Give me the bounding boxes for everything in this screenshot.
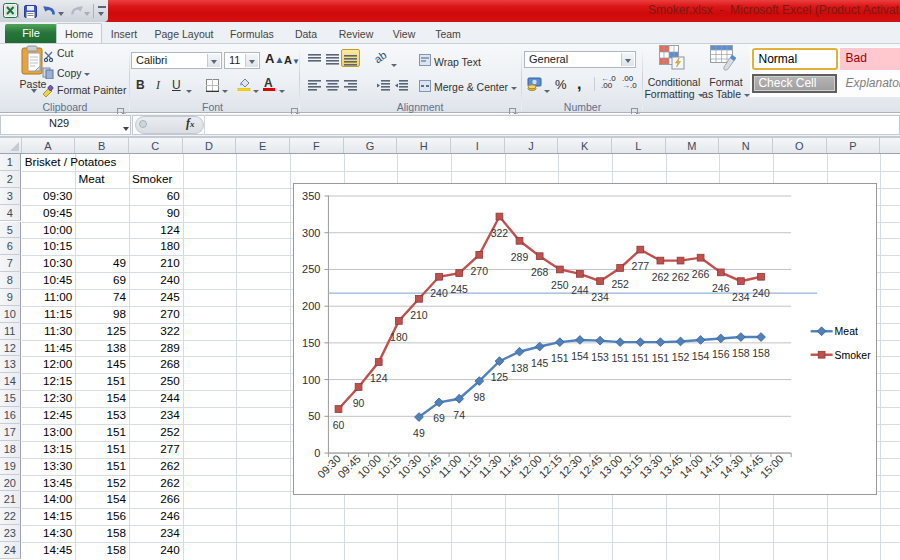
svg-text:270: 270 [470,266,488,277]
svg-text:350: 350 [302,190,320,202]
svg-text:69: 69 [433,413,445,424]
svg-text:180: 180 [390,332,408,343]
svg-text:151: 151 [551,353,569,364]
svg-text:268: 268 [530,267,548,278]
svg-text:138: 138 [510,363,528,374]
svg-text:Meat: Meat [834,326,857,337]
svg-text:200: 200 [302,300,320,312]
svg-text:266: 266 [691,269,709,280]
svg-text:240: 240 [752,288,770,299]
svg-text:90: 90 [352,398,364,409]
svg-text:277: 277 [631,261,649,272]
svg-text:250: 250 [551,280,569,291]
svg-text:289: 289 [510,252,528,263]
svg-text:262: 262 [651,272,669,283]
svg-text:300: 300 [302,227,320,239]
svg-text:158: 158 [752,348,770,359]
svg-text:246: 246 [712,283,730,294]
svg-text:234: 234 [591,292,609,303]
svg-text:153: 153 [591,352,609,363]
svg-text:152: 152 [671,352,689,363]
svg-text:250: 250 [302,263,320,275]
svg-text:98: 98 [473,392,485,403]
svg-text:252: 252 [611,279,629,290]
svg-text:10:45: 10:45 [415,452,443,480]
svg-text:240: 240 [430,288,448,299]
svg-text:0: 0 [314,447,320,459]
svg-text:156: 156 [712,349,730,360]
svg-text:145: 145 [530,358,548,369]
svg-text:50: 50 [308,410,320,422]
svg-text:Smoker: Smoker [834,350,871,361]
svg-text:60: 60 [332,420,344,431]
svg-text:234: 234 [732,292,750,303]
svg-text:74: 74 [453,410,465,421]
svg-text:262: 262 [671,272,689,283]
svg-text:245: 245 [450,284,468,295]
svg-text:151: 151 [611,353,629,364]
svg-text:150: 150 [302,337,320,349]
svg-text:154: 154 [691,351,709,362]
svg-text:125: 125 [490,372,508,383]
svg-text:49: 49 [413,428,425,439]
svg-text:154: 154 [571,351,589,362]
svg-text:210: 210 [410,310,428,321]
svg-text:100: 100 [302,374,320,386]
svg-text:322: 322 [490,228,508,239]
svg-text:15:00: 15:00 [757,452,785,480]
svg-text:244: 244 [571,285,589,296]
svg-text:124: 124 [369,373,387,384]
svg-text:158: 158 [732,348,750,359]
svg-text:151: 151 [631,353,649,364]
svg-text:151: 151 [651,353,669,364]
